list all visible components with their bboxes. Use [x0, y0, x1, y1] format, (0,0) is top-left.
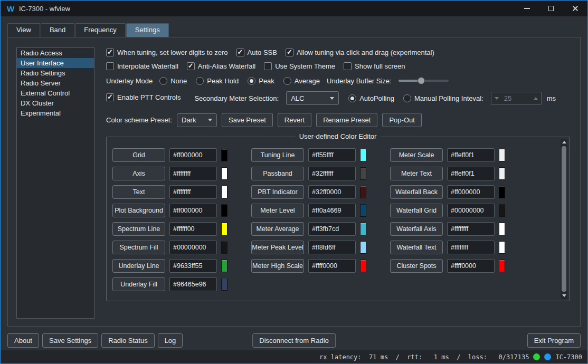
color-button-spectrum-fill[interactable]: Spectrum Fill — [112, 241, 165, 254]
polling-interval-input[interactable] — [501, 94, 532, 103]
color-editor-group: User-defined Color Editor GridAxisTextPl… — [106, 137, 570, 301]
color-button-underlay-fill[interactable]: Underlay Fill — [112, 277, 165, 291]
color-button-underlay-line[interactable]: Underlay Line — [112, 259, 165, 273]
save-settings-button[interactable]: Save Settings — [42, 333, 98, 348]
underlay-buffer-slider[interactable] — [399, 76, 449, 85]
exit-program-button[interactable]: Exit Program — [527, 333, 581, 348]
color-hex-meter-scale[interactable] — [447, 148, 495, 162]
color-hex-cluster-spots[interactable] — [447, 259, 495, 273]
color-button-waterfall-grid[interactable]: Waterfall Grid — [390, 204, 443, 217]
tab-view[interactable]: View — [7, 23, 40, 37]
spin-down-icon[interactable] — [495, 97, 499, 100]
color-hex-waterfall-grid[interactable] — [447, 204, 495, 217]
color-hex-tuning-line[interactable] — [308, 148, 356, 162]
checkbox-anti-alias-waterfall[interactable]: Anti-Alias Waterfall — [187, 62, 255, 70]
polling-interval-spinbox[interactable] — [491, 92, 542, 105]
color-hex-meter-peak-level[interactable] — [308, 241, 356, 254]
color-button-meter-high-scale[interactable]: Meter High Scale — [251, 259, 304, 273]
about-button[interactable]: About — [7, 333, 39, 348]
color-button-spectrum-line[interactable]: Spectrum Line — [112, 222, 165, 236]
color-button-waterfall-text[interactable]: Waterfall Text — [390, 241, 443, 254]
radio-label: Average — [295, 77, 320, 85]
sidebar-item-radio-server[interactable]: Radio Server — [17, 78, 94, 88]
checkbox-when-tuning-set-lower-digits-to-zero[interactable]: When tuning, set lower digits to zero — [106, 49, 228, 56]
minimize-button[interactable] — [515, 1, 539, 16]
color-button-pbt-indicator[interactable]: PBT Indicator — [251, 185, 304, 199]
log-button[interactable]: Log — [158, 333, 183, 348]
color-hex-spectrum-line[interactable] — [169, 222, 217, 236]
color-button-meter-level[interactable]: Meter Level — [251, 204, 304, 217]
footer-left-buttons: AboutSave SettingsRadio StatusLog — [7, 333, 183, 348]
color-hex-plot-background[interactable] — [169, 204, 217, 217]
checkbox-interpolate-waterfall[interactable]: Interpolate Waterfall — [106, 62, 178, 70]
checkbox-show-full-screen[interactable]: Show full screen — [344, 62, 405, 70]
scroll-down-button[interactable] — [562, 292, 566, 299]
color-hex-waterfall-axis[interactable] — [447, 222, 495, 236]
radio-peak-hold[interactable]: Peak Hold — [196, 77, 239, 85]
checkbox-auto-ssb[interactable]: Auto SSB — [236, 49, 277, 56]
radio-status-button[interactable]: Radio Status — [101, 333, 154, 348]
color-editor-scrollbar[interactable] — [561, 139, 567, 299]
color-preset-select[interactable]: Dark — [177, 113, 217, 127]
sidebar-item-experimental[interactable]: Experimental — [17, 108, 94, 118]
radio-autopolling[interactable]: AutoPolling — [348, 94, 394, 102]
color-button-meter-scale[interactable]: Meter Scale — [390, 148, 443, 162]
color-hex-meter-high-scale[interactable] — [308, 259, 356, 273]
status-text: rx latency: 71 ms / rtt: 1 ms / loss: 0/… — [319, 353, 529, 361]
disconnect-button[interactable]: Disconnect from Radio — [252, 333, 336, 348]
color-hex-passband[interactable] — [308, 167, 356, 180]
tab-settings[interactable]: Settings — [126, 23, 169, 37]
color-button-cluster-spots[interactable]: Cluster Spots — [390, 259, 443, 273]
color-hex-waterfall-text[interactable] — [447, 241, 495, 254]
color-button-meter-average[interactable]: Meter Average — [251, 222, 304, 236]
spin-up-icon[interactable] — [534, 97, 538, 100]
scrollbar-thumb[interactable] — [562, 146, 566, 292]
slider-handle[interactable] — [418, 77, 425, 84]
color-hex-underlay-line[interactable] — [169, 259, 217, 273]
color-button-waterfall-axis[interactable]: Waterfall Axis — [390, 222, 443, 236]
sidebar-item-dx-cluster[interactable]: DX Cluster — [17, 98, 94, 108]
color-hex-grid[interactable] — [169, 148, 217, 162]
maximize-button[interactable] — [539, 1, 563, 16]
color-button-waterfall-back[interactable]: Waterfall Back — [390, 185, 443, 199]
rename-preset-button[interactable]: Rename Preset — [316, 113, 377, 127]
scroll-up-button[interactable] — [562, 139, 566, 146]
color-hex-axis[interactable] — [169, 167, 217, 180]
checkbox-enable-ptt-controls[interactable]: Enable PTT Controls — [106, 93, 181, 101]
color-button-text[interactable]: Text — [112, 185, 165, 199]
color-button-axis[interactable]: Axis — [112, 167, 165, 180]
radio-peak[interactable]: Peak — [248, 77, 274, 85]
color-hex-meter-average[interactable] — [308, 222, 356, 236]
color-hex-spectrum-fill[interactable] — [169, 241, 217, 254]
color-hex-text[interactable] — [169, 185, 217, 199]
color-hex-meter-level[interactable] — [308, 204, 356, 217]
sidebar-item-radio-access[interactable]: Radio Access — [17, 48, 94, 58]
radio-none[interactable]: None — [159, 77, 187, 85]
color-hex-underlay-fill[interactable] — [169, 277, 217, 291]
color-button-passband[interactable]: Passband — [251, 167, 304, 180]
color-button-meter-text[interactable]: Meter Text — [390, 167, 443, 180]
close-button[interactable] — [563, 1, 587, 16]
sidebar-item-external-control[interactable]: External Control — [17, 88, 94, 98]
color-hex-waterfall-back[interactable] — [447, 185, 495, 199]
save-preset-button[interactable]: Save Preset — [222, 113, 273, 127]
revert-button[interactable]: Revert — [278, 113, 311, 127]
pop-out-button[interactable]: Pop-Out — [382, 113, 421, 127]
sidebar-item-user-interface[interactable]: User Interface — [17, 58, 94, 68]
color-button-tuning-line[interactable]: Tuning Line — [251, 148, 304, 162]
color-hex-pbt-indicator[interactable] — [308, 185, 356, 199]
checkbox-use-system-theme[interactable]: Use System Theme — [264, 62, 335, 70]
color-hex-meter-text[interactable] — [447, 167, 495, 180]
radio-circle-icon — [348, 94, 356, 102]
checkbox-allow-tuning-via-click-and-drag-experimental[interactable]: Allow tuning via click and drag (experim… — [286, 49, 434, 56]
tab-band[interactable]: Band — [41, 23, 74, 37]
color-button-plot-background[interactable]: Plot Background — [112, 204, 165, 217]
color-preset-label: Color scheme Preset: — [106, 116, 172, 124]
radio-manual-polling-inteval[interactable]: Manual Polling Inteval: — [403, 94, 483, 102]
sidebar-item-radio-settings[interactable]: Radio Settings — [17, 68, 94, 78]
color-button-meter-peak-level[interactable]: Meter Peak Level — [251, 241, 304, 254]
color-button-grid[interactable]: Grid — [112, 148, 165, 162]
radio-average[interactable]: Average — [283, 77, 320, 85]
secondary-meter-select[interactable]: ALC — [286, 91, 339, 105]
tab-frequency[interactable]: Frequency — [75, 23, 125, 37]
